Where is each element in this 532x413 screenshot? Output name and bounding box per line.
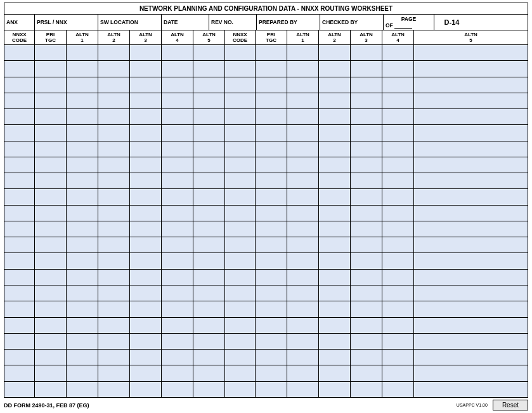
data-cell[interactable] (67, 189, 98, 204)
data-cell[interactable] (287, 125, 319, 140)
data-cell[interactable] (319, 125, 351, 140)
data-cell[interactable] (35, 61, 67, 76)
data-cell[interactable] (414, 285, 528, 301)
data-cell[interactable] (414, 61, 528, 76)
data-cell[interactable] (382, 125, 414, 140)
data-cell[interactable] (4, 221, 35, 237)
data-cell[interactable] (4, 365, 35, 381)
data-cell[interactable] (287, 253, 319, 268)
data-cell[interactable] (35, 334, 67, 349)
data-cell[interactable] (319, 334, 351, 349)
data-cell[interactable] (351, 382, 382, 397)
data-cell[interactable] (35, 253, 67, 268)
data-cell[interactable] (256, 365, 287, 381)
data-cell[interactable] (162, 221, 193, 237)
data-cell[interactable] (130, 253, 162, 268)
data-cell[interactable] (4, 173, 35, 188)
data-cell[interactable] (351, 141, 382, 157)
data-cell[interactable] (162, 189, 193, 204)
data-cell[interactable] (162, 77, 193, 93)
data-cell[interactable] (35, 109, 67, 124)
data-cell[interactable] (130, 125, 162, 140)
data-cell[interactable] (225, 285, 256, 301)
data-cell[interactable] (225, 93, 256, 108)
data-cell[interactable] (4, 285, 35, 301)
data-cell[interactable] (414, 237, 528, 252)
data-cell[interactable] (414, 221, 528, 237)
data-cell[interactable] (287, 173, 319, 188)
data-cell[interactable] (256, 237, 287, 252)
data-cell[interactable] (256, 61, 287, 76)
data-cell[interactable] (35, 77, 67, 93)
data-cell[interactable] (193, 189, 225, 204)
data-cell[interactable] (67, 109, 98, 124)
data-cell[interactable] (414, 270, 528, 285)
data-cell[interactable] (414, 365, 528, 381)
data-cell[interactable] (382, 237, 414, 252)
data-cell[interactable] (193, 173, 225, 188)
data-cell[interactable] (98, 157, 130, 173)
data-cell[interactable] (382, 61, 414, 76)
data-cell[interactable] (382, 189, 414, 204)
data-cell[interactable] (4, 237, 35, 252)
data-cell[interactable] (35, 270, 67, 285)
data-cell[interactable] (98, 318, 130, 333)
data-cell[interactable] (351, 365, 382, 381)
data-cell[interactable] (98, 301, 130, 317)
data-cell[interactable] (351, 206, 382, 221)
data-cell[interactable] (4, 318, 35, 333)
data-cell[interactable] (162, 350, 193, 365)
data-cell[interactable] (130, 206, 162, 221)
data-cell[interactable] (4, 77, 35, 93)
data-cell[interactable] (319, 301, 351, 317)
data-cell[interactable] (287, 206, 319, 221)
data-cell[interactable] (98, 125, 130, 140)
data-cell[interactable] (162, 157, 193, 173)
data-cell[interactable] (67, 221, 98, 237)
data-cell[interactable] (351, 318, 382, 333)
data-cell[interactable] (256, 157, 287, 173)
reset-button[interactable]: Reset (493, 400, 528, 410)
data-cell[interactable] (414, 93, 528, 108)
data-cell[interactable] (351, 77, 382, 93)
data-cell[interactable] (382, 318, 414, 333)
data-cell[interactable] (351, 157, 382, 173)
data-cell[interactable] (98, 382, 130, 397)
data-cell[interactable] (162, 109, 193, 124)
data-cell[interactable] (130, 350, 162, 365)
data-cell[interactable] (225, 109, 256, 124)
data-cell[interactable] (382, 382, 414, 397)
data-cell[interactable] (225, 221, 256, 237)
data-cell[interactable] (351, 189, 382, 204)
data-cell[interactable] (319, 157, 351, 173)
data-cell[interactable] (35, 382, 67, 397)
data-cell[interactable] (414, 318, 528, 333)
data-cell[interactable] (4, 189, 35, 204)
data-cell[interactable] (4, 382, 35, 397)
data-cell[interactable] (4, 61, 35, 76)
data-cell[interactable] (193, 365, 225, 381)
data-cell[interactable] (98, 93, 130, 108)
data-cell[interactable] (98, 173, 130, 188)
data-cell[interactable] (162, 206, 193, 221)
data-cell[interactable] (130, 221, 162, 237)
data-cell[interactable] (67, 157, 98, 173)
data-cell[interactable] (67, 365, 98, 381)
data-cell[interactable] (162, 334, 193, 349)
data-cell[interactable] (130, 61, 162, 76)
data-cell[interactable] (130, 237, 162, 252)
data-cell[interactable] (319, 45, 351, 60)
data-cell[interactable] (319, 285, 351, 301)
data-cell[interactable] (287, 382, 319, 397)
data-cell[interactable] (225, 350, 256, 365)
data-cell[interactable] (225, 45, 256, 60)
data-cell[interactable] (382, 365, 414, 381)
data-cell[interactable] (4, 45, 35, 60)
data-cell[interactable] (351, 45, 382, 60)
data-cell[interactable] (98, 61, 130, 76)
data-cell[interactable] (319, 206, 351, 221)
data-cell[interactable] (225, 125, 256, 140)
data-cell[interactable] (414, 125, 528, 140)
data-cell[interactable] (382, 270, 414, 285)
data-cell[interactable] (351, 93, 382, 108)
